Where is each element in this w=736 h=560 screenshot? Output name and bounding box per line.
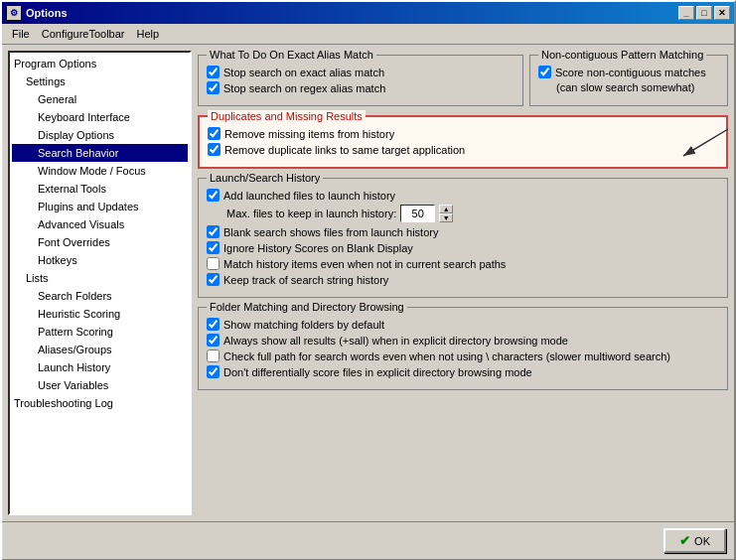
bottom-bar: ✔ OK <box>2 521 734 559</box>
non-contiguous-note: (can slow search somewhat) <box>538 81 719 93</box>
folder-matching-group: Folder Matching and Directory Browsing S… <box>198 307 728 390</box>
tree-item-window-mode[interactable]: Window Mode / Focus <box>12 162 188 180</box>
tree-item-search-behavior[interactable]: Search Behavior <box>12 144 188 162</box>
non-contiguous-group: Non-contiguous Pattern Matching Score no… <box>529 55 728 106</box>
tree-item-lists[interactable]: Lists <box>12 269 188 287</box>
always-show-all-results-label: Always show all results (+sall) when in … <box>223 335 568 347</box>
show-matching-folders-checkbox[interactable] <box>207 318 220 331</box>
launch-history-check-3: Ignore History Scores on Blank Display <box>207 241 719 254</box>
add-launched-files-label: Add launched files to launch history <box>223 190 395 202</box>
duplicates-check-2: Remove duplicate links to same target ap… <box>208 143 718 156</box>
tree-item-heuristic-scoring[interactable]: Heuristic Scoring <box>12 305 188 323</box>
dont-differentially-score-label: Don't differentially score files in expl… <box>223 366 532 378</box>
remove-duplicate-checkbox[interactable] <box>208 143 221 156</box>
add-launched-files-checkbox[interactable] <box>207 189 220 202</box>
ok-button[interactable]: ✔ OK <box>663 528 726 553</box>
remove-missing-checkbox[interactable] <box>208 127 221 140</box>
launch-history-title: Launch/Search History <box>207 172 323 184</box>
duplicates-container: Duplicates and Missing Results Remove mi… <box>198 111 728 169</box>
spinner-down-button[interactable]: ▼ <box>439 213 453 222</box>
score-non-contiguous-label: Score non-contiguous matches <box>555 67 706 78</box>
menu-help[interactable]: Help <box>131 26 166 42</box>
tree-item-hotkeys[interactable]: Hotkeys <box>12 251 188 269</box>
spinner-row: Max. files to keep in launch history: ▲ … <box>226 205 719 222</box>
menu-file[interactable]: File <box>6 26 36 42</box>
ignore-history-scores-label: Ignore History Scores on Blank Display <box>223 242 413 254</box>
stop-regex-alias-checkbox[interactable] <box>207 81 220 94</box>
launch-history-check-2: Blank search shows files from launch his… <box>207 225 719 238</box>
spinner-up-button[interactable]: ▲ <box>439 205 453 213</box>
launch-history-check-5: Keep track of search string history <box>207 273 719 286</box>
folder-check-2: Always show all results (+sall) when in … <box>207 334 719 347</box>
tree-item-plugins-updates[interactable]: Plugins and Updates <box>12 198 188 215</box>
maximize-button[interactable]: □ <box>696 6 712 20</box>
title-bar: ⚙ Options _ □ ✕ <box>2 2 734 24</box>
exact-alias-group: What To Do On Exact Alias Match Stop sea… <box>198 55 523 106</box>
window-icon: ⚙ <box>6 5 22 21</box>
launch-history-group: Launch/Search History Add launched files… <box>198 178 728 298</box>
tree-item-search-folders[interactable]: Search Folders <box>12 287 188 305</box>
show-matching-folders-label: Show matching folders by default <box>223 319 384 331</box>
tree-item-settings[interactable]: Settings <box>12 72 188 90</box>
tree-item-external-tools[interactable]: External Tools <box>12 180 188 198</box>
tree-panel[interactable]: Program Options Settings General Keyboar… <box>8 51 192 515</box>
tree-item-troubleshooting-log[interactable]: Troubleshooting Log <box>12 394 188 412</box>
tree-item-program-options[interactable]: Program Options <box>12 55 188 72</box>
match-history-items-checkbox[interactable] <box>207 257 220 270</box>
dont-differentially-score-checkbox[interactable] <box>207 365 220 378</box>
exact-alias-title: What To Do On Exact Alias Match <box>207 51 376 61</box>
folder-check-4: Don't differentially score files in expl… <box>207 365 719 378</box>
blank-search-shows-history-label: Blank search shows files from launch his… <box>223 226 438 238</box>
stop-regex-alias-label: Stop search on regex alias match <box>223 82 385 94</box>
launch-history-check-1: Add launched files to launch history <box>207 189 719 202</box>
launch-history-check-4: Match history items even when not in cur… <box>207 257 719 270</box>
blank-search-shows-history-checkbox[interactable] <box>207 225 220 238</box>
duplicates-title: Duplicates and Missing Results <box>208 110 366 122</box>
non-contiguous-check-1: Score non-contiguous matches <box>538 66 719 78</box>
tree-item-display-options[interactable]: Display Options <box>12 126 188 144</box>
tree-item-aliases-groups[interactable]: Aliases/Groups <box>12 341 188 358</box>
folder-matching-title: Folder Matching and Directory Browsing <box>207 301 407 313</box>
match-history-items-label: Match history items even when not in cur… <box>223 258 506 270</box>
stop-exact-alias-checkbox[interactable] <box>207 66 220 78</box>
non-contiguous-title: Non-contiguous Pattern Matching <box>538 51 706 61</box>
keep-track-search-string-label: Keep track of search string history <box>223 274 388 286</box>
non-contiguous-note-label: (can slow search somewhat) <box>556 81 694 93</box>
options-window: ⚙ Options _ □ ✕ File ConfigureToolbar He… <box>0 0 736 560</box>
duplicates-group: Duplicates and Missing Results Remove mi… <box>198 115 728 169</box>
window-controls: _ □ ✕ <box>678 6 730 20</box>
remove-duplicate-label: Remove duplicate links to same target ap… <box>224 144 465 156</box>
max-files-spinner[interactable] <box>400 205 435 222</box>
content-area: Program Options Settings General Keyboar… <box>2 45 734 521</box>
menu-configure-toolbar[interactable]: ConfigureToolbar <box>36 26 131 42</box>
duplicates-check-1: Remove missing items from history <box>208 127 718 140</box>
score-non-contiguous-checkbox[interactable] <box>538 66 551 78</box>
tree-item-pattern-scoring[interactable]: Pattern Scoring <box>12 323 188 341</box>
right-panel: What To Do On Exact Alias Match Stop sea… <box>198 51 728 515</box>
tree-item-launch-history[interactable]: Launch History <box>12 358 188 376</box>
ok-checkmark-icon: ✔ <box>679 533 690 548</box>
keep-track-search-string-checkbox[interactable] <box>207 273 220 286</box>
spinner-label: Max. files to keep in launch history: <box>226 208 396 219</box>
exact-alias-check-1: Stop search on exact alias match <box>207 66 515 78</box>
ignore-history-scores-checkbox[interactable] <box>207 241 220 254</box>
stop-exact-alias-label: Stop search on exact alias match <box>223 67 384 78</box>
remove-missing-label: Remove missing items from history <box>224 128 394 140</box>
exact-alias-check-2: Stop search on regex alias match <box>207 81 515 94</box>
menu-bar: File ConfigureToolbar Help <box>2 24 734 45</box>
check-full-path-label: Check full path for search words even wh… <box>223 350 670 362</box>
tree-item-keyboard-interface[interactable]: Keyboard Interface <box>12 108 188 126</box>
spinner-buttons: ▲ ▼ <box>439 205 453 222</box>
always-show-all-results-checkbox[interactable] <box>207 334 220 347</box>
tree-item-user-variables[interactable]: User Variables <box>12 376 188 394</box>
close-button[interactable]: ✕ <box>714 6 730 20</box>
window-title: Options <box>26 7 68 19</box>
check-full-path-checkbox[interactable] <box>207 350 220 362</box>
minimize-button[interactable]: _ <box>678 6 694 20</box>
tree-item-font-overrides[interactable]: Font Overrides <box>12 233 188 251</box>
tree-item-advanced-visuals[interactable]: Advanced Visuals <box>12 215 188 233</box>
folder-check-3: Check full path for search words even wh… <box>207 350 719 362</box>
ok-label: OK <box>694 535 710 547</box>
tree-item-general[interactable]: General <box>12 90 188 108</box>
top-groups: What To Do On Exact Alias Match Stop sea… <box>198 51 728 106</box>
